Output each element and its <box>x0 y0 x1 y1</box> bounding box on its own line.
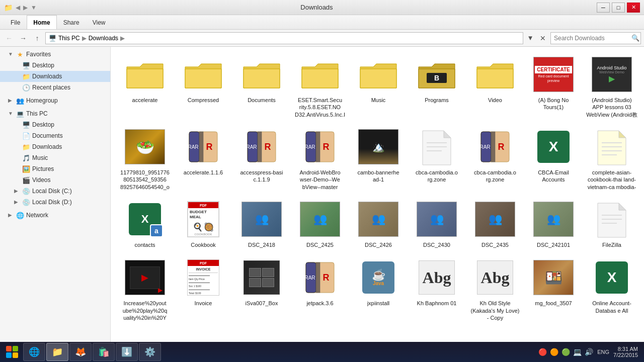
sidebar-item-pc-videos[interactable]: 🎬 Videos <box>0 174 110 186</box>
sidebar-item-desktop[interactable]: 🖥️ Desktop <box>0 60 110 71</box>
sidebar-item-pc-pictures[interactable]: 🖼️ Pictures <box>0 163 110 174</box>
sidebar-item-recent[interactable]: 🕒 Recent places <box>0 82 110 93</box>
file-item-cbca-excel[interactable]: X CBCA-Email Accounts <box>525 123 582 194</box>
forward-button[interactable]: → <box>17 32 29 44</box>
file-name-compressed: Compressed <box>188 97 219 104</box>
file-item-dsc2426[interactable]: 👥 DSC_2426 <box>350 196 407 252</box>
taskbar-firefox-button[interactable]: 🦊 <box>69 343 92 361</box>
tray-icon-1[interactable]: 🔴 <box>538 348 547 356</box>
breadcrumb-thispc[interactable]: This PC <box>58 35 80 42</box>
file-item-cambo-banner[interactable]: 🏔️ cambo-bannerhe ad-1 <box>350 123 407 194</box>
file-item-bong-no-tours[interactable]: CERTIFICATE Red card document preview (A… <box>525 51 582 121</box>
file-item-isva[interactable]: iSva007_Box <box>233 254 290 324</box>
file-item-music[interactable]: Music <box>350 51 407 121</box>
tray-icon-2[interactable]: 🟠 <box>550 348 558 356</box>
back-button[interactable]: ← <box>3 32 15 44</box>
tab-home[interactable]: Home <box>27 15 56 29</box>
file-item-java[interactable]: ☕ Java jxpiinstall <box>350 254 407 324</box>
tab-view[interactable]: View <box>86 15 112 29</box>
file-thumb-isva <box>242 257 282 298</box>
sidebar-homegroup[interactable]: ▶ 👥 Homegroup <box>0 95 110 106</box>
file-thumb-cookbook-doc <box>592 127 632 167</box>
file-item-filezilla[interactable]: FileZilla <box>584 196 640 252</box>
tab-file[interactable]: File <box>4 15 27 29</box>
sidebar-network[interactable]: ▶ 🌐 Network <box>0 210 110 221</box>
taskbar-settings-button[interactable]: ⚙️ <box>139 343 161 361</box>
file-thumb-android-studio: Android Studio WebView Demo ▶ <box>592 54 632 95</box>
search-input[interactable] <box>554 35 629 42</box>
file-item-invoice[interactable]: PDF INVOICE ━━━━━━━━━━━━━━ Item Qty Pric… <box>175 254 231 324</box>
file-item-accelerate[interactable]: accelerate <box>117 51 173 121</box>
file-item-cookbook-doc[interactable]: complete-asian-cookbook-thai land-vietna… <box>584 123 640 194</box>
sidebar-item-pc-desktop[interactable]: 🖥️ Desktop <box>0 119 110 130</box>
address-clear-button[interactable]: ✕ <box>537 33 548 44</box>
file-item-eset[interactable]: ESET.Smart.Secu rity.5.8.ESET.NO D32.Ant… <box>292 51 348 121</box>
quick-access-back[interactable]: ◀ <box>16 4 20 11</box>
file-name-dsc2425: DSC_2425 <box>306 241 334 248</box>
sidebar-item-drive-c[interactable]: ▶ 💿 Local Disk (C:) <box>0 186 110 197</box>
quick-access-down[interactable]: ▼ <box>31 4 37 11</box>
sidebar-item-pc-music[interactable]: 🎵 Music <box>0 152 110 163</box>
maximize-button[interactable]: □ <box>612 3 625 13</box>
window-title: Downloads <box>300 4 333 11</box>
sidebar-favorites[interactable]: ▼ ★ Favorites <box>0 49 110 60</box>
language-indicator: ENG <box>597 349 609 355</box>
sidebar-thispc[interactable]: ▼ 💻 This PC <box>0 108 110 119</box>
file-item-cbca-doc[interactable]: cbca-cambodia.o rg.zone <box>409 123 465 194</box>
file-item-jetpack-rar[interactable]: R RAR jetpack.3.6 <box>292 254 348 324</box>
close-button[interactable]: ✕ <box>627 3 640 13</box>
taskbar-ie-button[interactable]: 🌐 <box>23 343 45 361</box>
file-item-youtube[interactable]: ▶ ▶ Increase%20yout ube%20play%20q ualit… <box>117 254 173 324</box>
search-box[interactable]: 🔍 <box>550 32 641 44</box>
file-item-cbca-rar[interactable]: R RAR cbca-cambodia.o rg.zone <box>467 123 523 194</box>
up-button[interactable]: ↑ <box>31 32 43 44</box>
taskbar-store-button[interactable]: 🛍️ <box>93 343 115 361</box>
file-item-programs[interactable]: B Programs <box>409 51 465 121</box>
tray-icon-3[interactable]: 🟢 <box>561 348 570 356</box>
file-item-android-studio[interactable]: Android Studio WebView Demo ▶ (Android S… <box>584 51 640 121</box>
sidebar-item-pc-docs[interactable]: 📄 Documents <box>0 130 110 141</box>
tab-share[interactable]: Share <box>57 15 86 29</box>
file-item-dsc242101[interactable]: 👥 DSC_242101 <box>525 196 582 252</box>
file-item-dsc2425[interactable]: 👥 DSC_2425 <box>292 196 348 252</box>
sidebar-item-downloads[interactable]: 📁 Downloads <box>0 71 110 82</box>
file-item-accesspress-rar[interactable]: R RAR accesspress-basi c.1.1.9 <box>233 123 290 194</box>
file-item-documents[interactable]: Documents <box>233 51 290 121</box>
sidebar-network-label: Network <box>26 212 48 219</box>
file-item-mg-food[interactable]: 🍱 mg_food_3507 <box>525 254 582 324</box>
system-clock[interactable]: 8:31 AM 7/22/2015 <box>613 346 638 358</box>
svg-marker-32 <box>444 131 451 138</box>
search-icon[interactable]: 🔍 <box>631 34 639 42</box>
file-item-video[interactable]: Video <box>467 51 523 121</box>
address-dropdown-button[interactable]: ▼ <box>525 32 535 44</box>
file-thumb-kh-baphnom: Abg <box>417 257 457 298</box>
taskbar-utorrent-button[interactable]: ⬇️ <box>116 343 138 361</box>
file-item-dsc2418[interactable]: 👥 DSC_2418 <box>233 196 290 252</box>
file-item-contacts[interactable]: X a contacts <box>117 196 173 252</box>
file-item-compressed[interactable]: Compressed <box>175 51 231 121</box>
file-item-accelerate-rar[interactable]: R RAR accelerate.1.1.6 <box>175 123 231 194</box>
tray-icon-4[interactable]: 💻 <box>573 348 582 356</box>
file-item-dsc2435[interactable]: 👥 DSC_2435 <box>467 196 523 252</box>
breadcrumb-sep2: ▶ <box>120 35 125 42</box>
sidebar-item-pc-downloads[interactable]: 📁 Downloads <box>0 141 110 152</box>
tray-icon-5[interactable]: 🔊 <box>585 348 593 356</box>
sidebar-item-drive-d[interactable]: ▶ 💿 Local Disk (D:) <box>0 197 110 208</box>
file-item-android-rar[interactable]: R RAR Android-WebBro wser-Demo--We bView… <box>292 123 348 194</box>
file-item-kh-old-style[interactable]: Abg Kh Old Style (Kakada's My Love) - Co… <box>467 254 523 324</box>
file-name-dsc2430: DSC_2430 <box>423 241 450 248</box>
address-path[interactable]: 🖥️ This PC ▶ Downloads ▶ <box>45 32 523 44</box>
minimize-button[interactable]: ─ <box>597 3 610 13</box>
file-item-online-account[interactable]: X Online Account-Databas e All <box>584 254 640 324</box>
quick-access-forward[interactable]: ▶ <box>23 4 28 11</box>
file-item-photo-food[interactable]: 🥗 11779810_9951776 80513542_59356 892576… <box>117 123 173 194</box>
start-button[interactable] <box>2 343 22 361</box>
file-item-cookbook-pdf[interactable]: PDF BUDGET MEAL 🍳 🥘 COOKBOOK <box>175 196 231 252</box>
file-item-dsc2430[interactable]: 👥 DSC_2430 <box>409 196 465 252</box>
file-name-cambo-banner: cambo-bannerhe ad-1 <box>353 169 404 184</box>
file-item-kh-baphnom[interactable]: Abg Kh Baphnom 01 <box>409 254 465 324</box>
taskbar-explorer-button[interactable]: 📁 <box>46 343 68 361</box>
sidebar-pc-docs-label: Documents <box>32 132 63 139</box>
breadcrumb-downloads[interactable]: Downloads <box>89 35 118 42</box>
window-icon: 📁 <box>4 4 13 12</box>
